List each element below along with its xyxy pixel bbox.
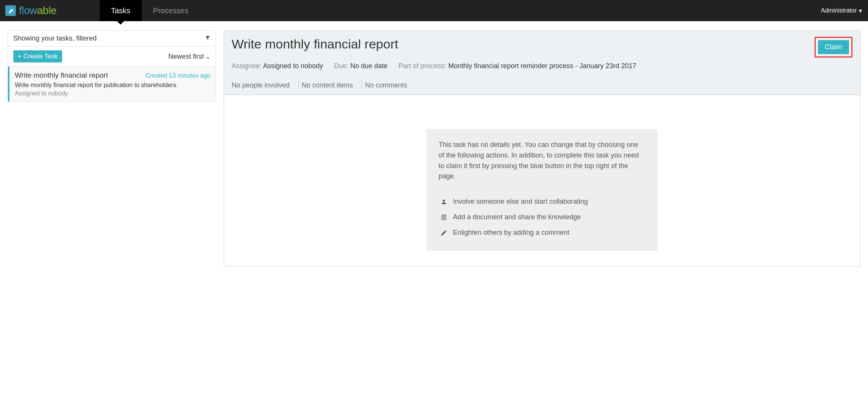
- filter-icon[interactable]: [205, 34, 210, 42]
- help-box: This task has no details yet. You can ch…: [426, 129, 658, 251]
- assignee-value[interactable]: Assigned to nobody: [263, 62, 323, 70]
- logo-text: flowable: [19, 5, 56, 17]
- document-icon: [439, 214, 449, 221]
- chevron-down-icon: ▾: [859, 7, 862, 14]
- task-sidebar: Showing your tasks, filtered + Create Ta…: [8, 30, 216, 267]
- navbar: flowable Tasks Processes Administrator ▾: [0, 0, 868, 21]
- nav-tabs: Tasks Processes: [100, 0, 200, 21]
- logo[interactable]: flowable: [0, 0, 62, 21]
- help-action-label: Enlighten others by adding a comment: [453, 229, 569, 237]
- help-action-label: Involve someone else and start collabora…: [453, 198, 588, 206]
- sort-label: Newest first: [168, 53, 204, 61]
- sort-control[interactable]: Newest first ⌄: [168, 53, 210, 61]
- due-value[interactable]: No due date: [350, 62, 387, 70]
- task-list-item[interactable]: Write monthly financial report Created 1…: [8, 67, 216, 101]
- task-detail-header: Write monthly financial report Claim Ass…: [224, 31, 860, 95]
- task-toolbar: + Create Task Newest first ⌄: [8, 47, 216, 67]
- filter-text: Showing your tasks, filtered: [13, 34, 97, 42]
- process-label: Part of process:: [398, 62, 446, 70]
- claim-highlight: Claim: [815, 37, 852, 58]
- task-item-created: Created 13 minutes ago: [146, 72, 210, 79]
- task-item-title: Write monthly financial report: [15, 71, 108, 80]
- subtab-people[interactable]: No people involved: [232, 78, 296, 95]
- help-actions: Involve someone else and start collabora…: [439, 194, 646, 240]
- help-action-comment[interactable]: Enlighten others by adding a comment: [439, 225, 646, 240]
- task-subtabs: No people involved No content items No c…: [232, 78, 852, 95]
- task-detail: Write monthly financial report Claim Ass…: [224, 30, 860, 267]
- task-detail-title: Write monthly financial report: [232, 37, 398, 51]
- task-meta: Assignee: Assigned to nobody Due: No due…: [232, 61, 852, 72]
- nav-tab-processes[interactable]: Processes: [142, 0, 200, 21]
- task-item-description: Write monthly financial report for publi…: [15, 82, 210, 89]
- chevron-down-icon: ⌄: [205, 53, 210, 60]
- create-task-button[interactable]: + Create Task: [13, 50, 62, 62]
- help-action-document[interactable]: Add a document and share the knowledge: [439, 209, 646, 225]
- task-detail-body: This task has no details yet. You can ch…: [224, 95, 860, 267]
- logo-mark-icon: [5, 5, 16, 16]
- help-action-label: Add a document and share the knowledge: [453, 213, 581, 221]
- filter-bar[interactable]: Showing your tasks, filtered: [8, 30, 216, 47]
- assignee-label: Assignee:: [232, 62, 262, 70]
- help-action-involve[interactable]: Involve someone else and start collabora…: [439, 194, 646, 209]
- task-list: Write monthly financial report Created 1…: [8, 67, 216, 102]
- nav-user-label: Administrator: [821, 7, 857, 14]
- claim-button[interactable]: Claim: [818, 40, 849, 54]
- subtab-content[interactable]: No content items: [302, 78, 359, 95]
- nav-tab-tasks[interactable]: Tasks: [100, 0, 142, 21]
- due-label: Due:: [334, 62, 348, 70]
- main-content: Showing your tasks, filtered + Create Ta…: [0, 21, 868, 267]
- subtab-comments[interactable]: No comments: [365, 78, 413, 95]
- person-icon: [439, 198, 449, 205]
- task-item-assignee: Assigned to nobody: [15, 90, 210, 97]
- nav-user-menu[interactable]: Administrator ▾: [815, 0, 868, 21]
- process-value[interactable]: Monthly financial report reminder proces…: [448, 62, 636, 70]
- pencil-icon: [439, 229, 449, 236]
- help-text: This task has no details yet. You can ch…: [439, 140, 646, 182]
